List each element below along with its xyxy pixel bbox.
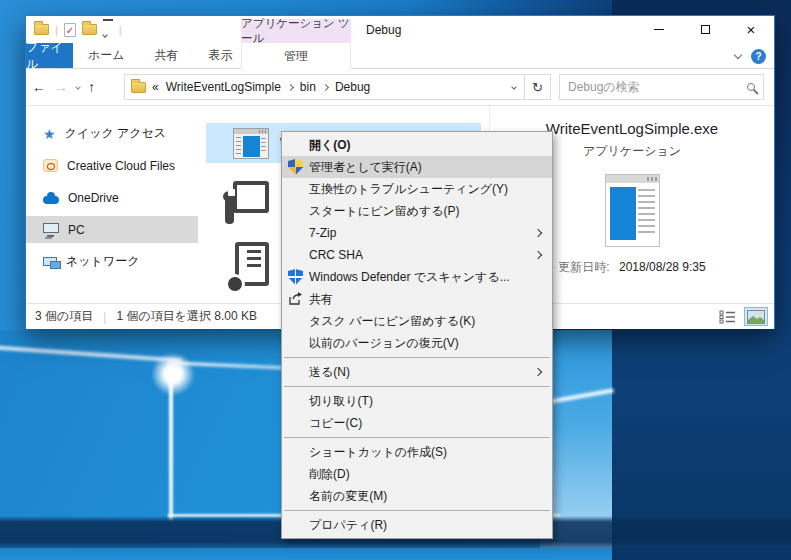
navigation-pane: ★ クイック アクセス Creative Cloud Files OneDriv… (26, 106, 198, 303)
tab-view[interactable]: 表示 (194, 43, 248, 68)
menu-item-rename[interactable]: 名前の変更(M) (282, 485, 552, 507)
menu-item-label: スタートにピン留めする(P) (309, 204, 460, 218)
recent-locations-icon[interactable] (75, 84, 81, 90)
menu-item-properties[interactable]: プロパティ(R) (282, 514, 552, 536)
menu-item-copy[interactable]: コピー(C) (282, 412, 552, 434)
menu-item-label: 管理者として実行(A) (309, 160, 422, 174)
sidebar-item-creative-cloud[interactable]: Creative Cloud Files (26, 152, 198, 179)
pdb-file-icon[interactable] (225, 242, 269, 294)
menu-item-delete[interactable]: 削除(D) (282, 463, 552, 485)
submenu-chevron-icon (534, 229, 542, 237)
breadcrumb-item[interactable]: bin (300, 80, 316, 94)
breadcrumb-item[interactable]: Debug (335, 80, 370, 94)
wallpaper-glow (150, 353, 196, 395)
menu-item-send-to[interactable]: 送る(N) (282, 361, 552, 383)
network-icon (43, 257, 57, 266)
details-view-button[interactable] (716, 307, 740, 326)
search-input[interactable] (568, 80, 747, 94)
menu-item-label: 切り取り(T) (309, 394, 373, 408)
menu-item-label: CRC SHA (309, 248, 363, 262)
close-button[interactable]: × (728, 16, 774, 43)
sidebar-item-quick-access[interactable]: ★ クイック アクセス (26, 120, 198, 147)
menu-item-label: 削除(D) (309, 467, 350, 481)
pc-monitor-icon (43, 223, 59, 233)
wallpaper-beam (169, 372, 173, 520)
details-view-icon (719, 310, 737, 324)
folder-icon[interactable] (34, 24, 49, 35)
search-box[interactable] (559, 74, 764, 100)
sidebar-item-onedrive[interactable]: OneDrive (26, 184, 198, 211)
menu-separator (284, 437, 550, 438)
caption-buttons: × (636, 16, 774, 43)
customize-qat-icon[interactable] (103, 19, 113, 41)
tab-home[interactable]: ホーム (73, 43, 140, 68)
ribbon-right-controls: ? (735, 43, 766, 69)
submenu-chevron-icon (534, 251, 542, 259)
folder-icon (131, 82, 146, 93)
back-button[interactable]: ← (32, 79, 46, 95)
new-folder-icon[interactable] (82, 24, 97, 35)
collapse-ribbon-icon[interactable] (734, 50, 742, 58)
sidebar-item-label: ネットワーク (66, 253, 139, 270)
menu-item-open[interactable]: 開く(O) (282, 134, 552, 156)
address-bar[interactable]: « WriteEventLogSimple bin Debug (124, 74, 525, 100)
menu-item-pin-to-taskbar[interactable]: タスク バーにピン留めする(K) (282, 310, 552, 332)
forward-button[interactable]: → (54, 79, 68, 95)
modified-value: 2018/08/28 9:35 (619, 260, 706, 274)
address-dropdown-icon[interactable] (504, 75, 524, 99)
refresh-button[interactable]: ↻ (525, 74, 551, 100)
breadcrumb: « WriteEventLogSimple bin Debug (152, 80, 370, 94)
menu-item-label: 開く(O) (309, 138, 351, 152)
window-title: Debug (366, 16, 401, 43)
menu-item-scan-with-defender[interactable]: Windows Defender でスキャンする... (282, 266, 552, 288)
chevron-down-icon (102, 32, 108, 38)
desktop: | ✓ | アプリケーション ツール Debug × ファイル ホーム 共有 表… (0, 0, 791, 560)
menu-item-run-as-administrator[interactable]: 管理者として実行(A) (282, 156, 552, 178)
menu-item-create-shortcut[interactable]: ショートカットの作成(S) (282, 441, 552, 463)
minimize-button[interactable] (636, 16, 682, 43)
close-icon: × (747, 22, 756, 37)
sidebar-item-label: OneDrive (68, 191, 119, 205)
menu-item-label: タスク バーにピン留めする(K) (309, 314, 475, 328)
tab-file[interactable]: ファイル (26, 43, 73, 68)
application-preview-icon (605, 174, 660, 247)
menu-item-cut[interactable]: 切り取り(T) (282, 390, 552, 412)
menu-item-pin-to-start[interactable]: スタートにピン留めする(P) (282, 200, 552, 222)
ribbon-tab-bar: ファイル ホーム 共有 表示 管理 ? (26, 43, 774, 69)
menu-item-7zip[interactable]: 7-Zip (282, 222, 552, 244)
submenu-chevron-icon (534, 368, 542, 376)
defender-shield-icon (288, 269, 303, 285)
menu-item-label: 送る(N) (309, 365, 350, 379)
menu-item-crc-sha[interactable]: CRC SHA (282, 244, 552, 266)
separator: | (55, 24, 58, 36)
maximize-icon (701, 25, 710, 34)
view-toggle (716, 307, 768, 326)
large-icons-view-button[interactable] (744, 307, 768, 326)
sidebar-item-pc[interactable]: PC (26, 216, 198, 243)
modified-label: 更新日時: (558, 260, 609, 274)
quick-access-toolbar: | ✓ | (26, 19, 122, 41)
tab-manage[interactable]: 管理 (241, 43, 351, 69)
large-icons-view-icon (747, 310, 765, 324)
config-file-icon[interactable] (223, 181, 269, 226)
quick-access-star-icon: ★ (43, 127, 56, 141)
menu-item-troubleshoot-compatibility[interactable]: 互換性のトラブルシューティング(Y) (282, 178, 552, 200)
help-icon[interactable]: ? (751, 49, 766, 64)
contextual-tab-header: アプリケーション ツール (241, 19, 351, 43)
tab-share[interactable]: 共有 (140, 43, 194, 68)
onedrive-cloud-icon (43, 196, 59, 204)
chevron-right-icon (322, 83, 329, 90)
menu-item-label: 以前のバージョンの復元(V) (309, 336, 459, 350)
menu-item-label: 名前の変更(M) (309, 489, 387, 503)
sidebar-item-label: クイック アクセス (65, 125, 167, 142)
search-icon[interactable] (747, 83, 755, 91)
menu-item-restore-previous-versions[interactable]: 以前のバージョンの復元(V) (282, 332, 552, 354)
menu-separator (284, 386, 550, 387)
menu-item-label: ショートカットの作成(S) (309, 445, 447, 459)
maximize-button[interactable] (682, 16, 728, 43)
breadcrumb-item[interactable]: WriteEventLogSimple (166, 80, 281, 94)
sidebar-item-network[interactable]: ネットワーク (26, 248, 198, 275)
up-button[interactable]: ↑ (88, 79, 95, 95)
properties-icon[interactable]: ✓ (64, 23, 76, 37)
menu-item-share[interactable]: 共有 (282, 288, 552, 310)
